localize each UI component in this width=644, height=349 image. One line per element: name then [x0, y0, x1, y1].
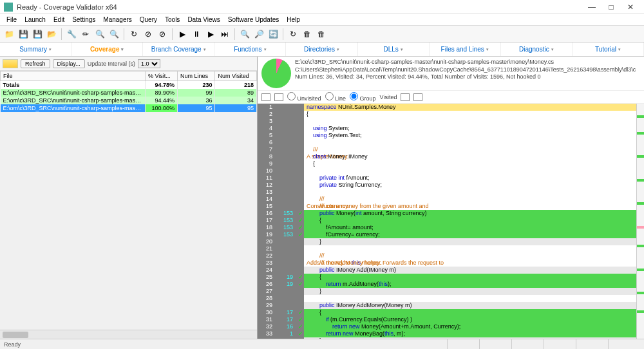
table-row[interactable]: E:\om\c\3RD_SRC\nunit\nunit-csharp-sampl… [1, 97, 257, 104]
code-line[interactable]: { [304, 111, 636, 118]
menu-managers[interactable]: Managers [99, 16, 135, 23]
toolbar-button-15[interactable]: 🔍 [238, 28, 251, 41]
code-body[interactable]: namespace NUnit.Samples.Money{ using Sys… [304, 104, 636, 339]
radio-unvisited[interactable]: Unvisited [287, 92, 321, 102]
toolbar-button-20[interactable]: 🗑 [315, 28, 328, 41]
tab-diagnostic[interactable]: Diagnostic▾ [501, 42, 573, 56]
tab-summary[interactable]: Summary▾ [0, 42, 71, 56]
menu-file[interactable]: File [3, 16, 21, 23]
code-line[interactable] [304, 167, 636, 174]
code-line[interactable]: { [304, 309, 636, 316]
toolbar-button-19[interactable]: 🗑 [301, 28, 314, 41]
code-line[interactable] [304, 245, 636, 252]
tab-coverage[interactable]: Coverage▾ [71, 42, 143, 56]
coverage-pie-icon [261, 59, 291, 88]
table-row[interactable]: E:\om\c\3RD_SRC\nunit\nunit-csharp-sampl… [1, 89, 257, 97]
code-line[interactable]: return new MoneyBag(this, m); [304, 330, 636, 337]
menu-help[interactable]: Help [283, 16, 304, 23]
tab-files-and-lines[interactable]: Files and Lines▾ [430, 42, 501, 56]
toolbar-button-13[interactable]: ▶ [204, 28, 217, 41]
code-line[interactable] [304, 139, 636, 146]
column-header[interactable]: File [1, 71, 146, 81]
code-line[interactable]: { [304, 160, 636, 167]
maximize-button[interactable]: □ [601, 1, 621, 14]
toolbar-button-17[interactable]: 🔄 [267, 28, 279, 41]
code-line[interactable]: { [304, 217, 636, 224]
menu-data-views[interactable]: Data Views [184, 16, 223, 23]
code-line[interactable] [304, 189, 636, 196]
tab-dlls[interactable]: DLLs▾ [358, 42, 430, 56]
nav-prev-icon[interactable] [401, 93, 410, 101]
column-header[interactable]: Num Visited [215, 71, 257, 81]
code-line[interactable]: { [304, 274, 636, 281]
code-line[interactable]: using System.Text; [304, 132, 636, 139]
code-line[interactable]: namespace NUnit.Samples.Money [304, 104, 636, 111]
code-line[interactable]: if (m.Currency.Equals(Currency) ) [304, 316, 636, 323]
code-line[interactable] [304, 118, 636, 125]
code-line[interactable]: /// Adds a money to this money. Forwards… [304, 252, 636, 259]
toolbar-button-18[interactable]: ↻ [287, 28, 299, 41]
toolbar-button-1[interactable]: 💾 [17, 28, 30, 41]
code-line[interactable]: using System; [304, 125, 636, 132]
display-button[interactable]: Display... [53, 59, 85, 68]
refresh-button[interactable]: Refresh [21, 59, 50, 68]
menu-edit[interactable]: Edit [50, 16, 68, 23]
toolbar-button-3[interactable]: 📂 [45, 28, 58, 41]
table-row[interactable]: E:\om\c\3RD_SRC\nunit\nunit-csharp-sampl… [1, 104, 257, 112]
next-icon[interactable] [274, 93, 283, 101]
minimap[interactable] [636, 104, 644, 339]
code-line[interactable]: private int fAmount; [304, 174, 636, 182]
code-line[interactable]: } [304, 337, 636, 339]
toolbar-button-9[interactable]: ⊘ [142, 28, 155, 41]
tab-branch-coverage[interactable]: Branch Coverage▾ [143, 42, 214, 56]
code-line[interactable]: /// A simple Money. [304, 146, 636, 153]
minimize-button[interactable]: — [582, 1, 601, 14]
file-table[interactable]: File% Visit...Num LinesNum Visited Total… [0, 71, 257, 330]
column-header[interactable]: Num Lines [177, 71, 215, 81]
menu-query[interactable]: Query [136, 16, 161, 23]
tab-functions[interactable]: Functions▾ [214, 42, 286, 56]
toolbar-button-2[interactable]: 💾 [31, 28, 44, 41]
filter-icon[interactable] [3, 59, 18, 68]
toolbar-button-5[interactable]: ✏ [79, 28, 92, 41]
code-line[interactable]: public Money(int amount, String currency… [304, 210, 636, 217]
interval-select[interactable]: 1.0 [138, 59, 160, 68]
code-line[interactable]: } [304, 288, 636, 295]
code-line[interactable]: fCurrency= currency; [304, 231, 636, 238]
nav-next-icon[interactable] [413, 93, 422, 101]
code-line[interactable]: /// the AddMoney helper. [304, 259, 636, 267]
toolbar-button-8[interactable]: ↻ [128, 28, 140, 41]
menu-tools[interactable]: Tools [161, 16, 184, 23]
tab-tutorial[interactable]: Tutorial▾ [573, 42, 644, 56]
close-button[interactable]: ✕ [621, 1, 640, 14]
menu-software-updates[interactable]: Software Updates [224, 16, 283, 23]
code-line[interactable]: fAmount= amount; [304, 224, 636, 231]
toolbar-button-0[interactable]: 📁 [3, 28, 15, 41]
code-line[interactable]: return new Money(Amount+m.Amount, Curren… [304, 323, 636, 330]
code-line[interactable]: class Money: IMoney [304, 153, 636, 160]
toolbar-button-11[interactable]: ▶ [176, 28, 189, 41]
toolbar-button-6[interactable]: 🔍 [93, 28, 106, 41]
column-header[interactable]: % Visit... [145, 71, 177, 81]
code-line[interactable]: public IMoney AddMoney(Money m) [304, 302, 636, 309]
prev-icon[interactable] [261, 93, 270, 101]
radio-line[interactable]: Line [325, 92, 346, 102]
code-viewer[interactable]: 1234567891011121314151617181920212223242… [258, 104, 644, 339]
menu-settings[interactable]: Settings [68, 16, 99, 23]
toolbar-button-10[interactable]: ⊘ [156, 28, 169, 41]
horizontal-scrollbar[interactable] [0, 330, 257, 339]
code-line[interactable] [304, 295, 636, 302]
code-line[interactable]: /// Constructs a money from the given am… [304, 196, 636, 203]
toolbar-button-12[interactable]: ⏸ [190, 28, 203, 41]
menu-launch[interactable]: Launch [21, 16, 50, 23]
toolbar-button-4[interactable]: 🔧 [65, 28, 78, 41]
code-line[interactable]: } [304, 238, 636, 245]
toolbar-button-14[interactable]: ⏭ [218, 28, 231, 41]
toolbar-button-7[interactable]: 🔍 [108, 28, 120, 41]
radio-group[interactable]: Group [350, 92, 376, 102]
tab-directories[interactable]: Directories▾ [286, 42, 357, 56]
code-line[interactable]: public IMoney Add(IMoney m) [304, 267, 636, 274]
code-line[interactable]: return m.AddMoney(this); [304, 281, 636, 288]
toolbar-button-16[interactable]: 🔎 [252, 28, 265, 41]
code-line[interactable]: private String fCurrency; [304, 182, 636, 189]
